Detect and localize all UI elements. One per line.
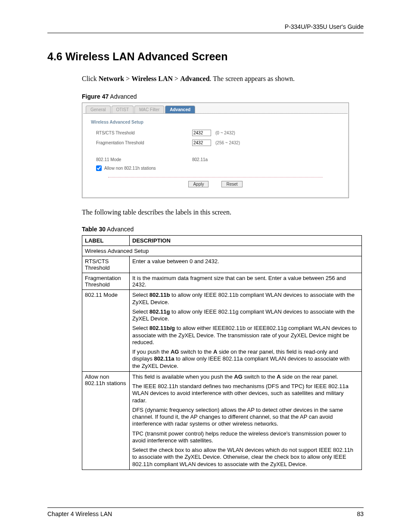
tab-advanced[interactable]: Advanced [165,106,195,113]
allow-non-80211h-checkbox[interactable] [96,165,102,171]
figure-label: Figure 47 [82,93,109,100]
tab-mac-filter[interactable]: MAC Filter [134,106,164,113]
frag-range: (256 ~ 2432) [215,140,240,145]
table-section-row: Wireless Advanced Setup [82,246,362,256]
cell-desc: It is the maximum data fragment size tha… [130,273,362,290]
cell-label: Allow non 802.11h stations [82,371,130,470]
figure-caption: Figure 47 Advanced [82,93,364,100]
intro-prefix: Click [82,75,99,82]
tab-bar: General OTIST MAC Filter Advanced [83,104,348,113]
tab-otist[interactable]: OTIST [112,106,134,113]
allow-non-80211h-label: Allow non 802.11h stations [104,166,156,171]
rts-input[interactable] [192,130,211,136]
sep: > [173,75,180,82]
apply-button[interactable]: Apply [188,181,209,187]
intro-suffix: . The screen appears as shown. [210,75,295,82]
footer-page: 83 [357,510,364,517]
cell-desc: Select 802.11b to allow only IEEE 802.11… [130,290,362,372]
breadcrumb-wlan: Wireless LAN [131,75,173,82]
tab-general[interactable]: General [86,106,111,113]
table-row: 802.11 Mode Select 802.11b to allow only… [82,290,362,372]
rts-range: (0 ~ 2432) [215,131,235,135]
frag-input[interactable] [192,140,211,146]
breadcrumb-advanced: Advanced [180,75,209,82]
table-title: Advanced [106,226,134,233]
post-figure-text: The following table describes the labels… [82,208,364,216]
cell-desc: Enter a value between 0 and 2432. [130,256,362,273]
footer-chapter: Chapter 4 Wireless LAN [47,510,112,517]
section-title: 4.6 Wireless LAN Advanced Screen [47,50,364,63]
divider [108,177,323,177]
figure-title: Advanced [109,93,137,100]
table-caption: Table 30 Advanced [82,226,364,233]
table-label: Table 30 [82,226,106,233]
cell-label: RTS/CTS Threshold [82,256,130,273]
sep: > [124,75,131,82]
th-label: LABEL [82,236,130,246]
mode-label: 802.11 Mode [91,157,192,162]
intro-paragraph: Click Network > Wireless LAN > Advanced.… [82,74,364,84]
th-description: DESCRIPTION [130,236,362,246]
cell-label: Fragmentation Threshold [82,273,130,290]
header-guide: P-334U/P-335U User's Guide [47,22,364,33]
frag-label: Fragmentation Threshold [91,140,192,145]
breadcrumb-network: Network [99,75,125,82]
mode-value: 802.11a [192,157,208,162]
rts-label: RTS/CTS Threshold [91,131,192,135]
screenshot-section-heading: Wireless Advanced Setup [91,120,340,124]
table-row: Fragmentation Threshold It is the maximu… [82,273,362,290]
table-row: Allow non 802.11h stations This field is… [82,371,362,470]
cell-desc: This field is available when you push th… [130,371,362,470]
cell-label: 802.11 Mode [82,290,130,372]
table-row: RTS/CTS Threshold Enter a value between … [82,256,362,273]
description-table: LABEL DESCRIPTION Wireless Advanced Setu… [82,235,362,470]
reset-button[interactable]: Reset [221,181,242,187]
screenshot-panel: General OTIST MAC Filter Advanced Wirele… [82,103,349,198]
